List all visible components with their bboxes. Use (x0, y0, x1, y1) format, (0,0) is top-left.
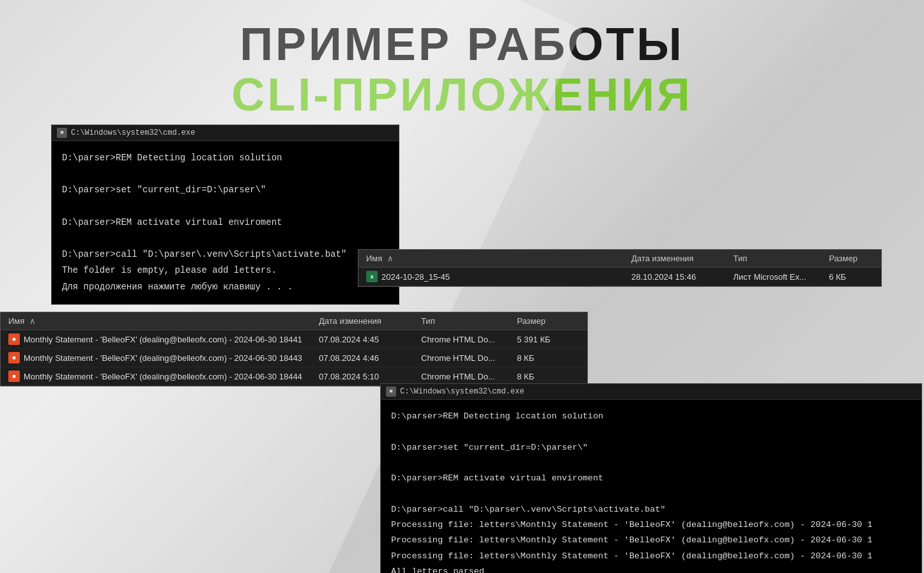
file-date-3: 07.08.2024 5:10 (314, 372, 416, 381)
table-row[interactable]: x 2024-10-28_15-45 28.10.2024 15:46 Лист… (358, 268, 881, 286)
file-name-cell-2: ■ Monthly Statement - 'BelleoFX' (dealin… (1, 352, 314, 363)
file-name-2: Monthly Statement - 'BelleoFX' (dealing@… (24, 353, 302, 363)
table-row[interactable]: ■ Monthly Statement - 'BelleoFX' (dealin… (1, 330, 587, 349)
terminal-br-line-10: Processing file: letters\Monthly Stateme… (391, 549, 911, 564)
file-explorer-bottomleft: Имя ∧ Дата изменения Тип Размер ■ Monthl… (0, 312, 588, 386)
html-icon-2: ■ (8, 352, 20, 363)
col-header-type: Тип (728, 254, 824, 263)
col-header-name-lg: Имя ∧ (1, 316, 314, 326)
terminal-br-line-2 (391, 424, 911, 439)
col-header-size-2: Размер (512, 316, 569, 326)
terminal-topleft-title: C:\Windows\system32\cmd.exe (71, 128, 195, 137)
file-date-1: 07.08.2024 4:45 (314, 335, 416, 344)
terminal-br-icon: ■ (386, 386, 396, 397)
terminal-icon: ■ (57, 128, 67, 138)
terminal-line-9: Для продолжения нажмите любую клавишу . … (62, 279, 389, 295)
file-name-cell: x 2024-10-28_15-45 (358, 271, 626, 282)
file-explorer-topright: Имя ∧ Дата изменения Тип Размер x 2024-1… (358, 249, 882, 287)
file-name-3: Monthly Statement - 'BelleoFX' (dealing@… (24, 372, 302, 381)
sort-arrow-icon-2: ∧ (29, 316, 36, 326)
col-header-date: Дата изменения (626, 254, 728, 263)
col-header-size: Размер (824, 254, 881, 263)
col-header-date-2: Дата изменения (314, 316, 416, 326)
terminal-bottomright-body: D:\parser>REM Detecting lccation solutio… (381, 400, 921, 573)
terminal-br-line-6 (391, 486, 911, 501)
file-type-1: Chrome HTML Do... (416, 335, 512, 344)
terminal-bottomright-title: C:\Windows\system32\cmd.exe (400, 387, 524, 396)
file-name: 2024-10-28_15-45 (381, 272, 450, 282)
explorer-topright-header: Имя ∧ Дата изменения Тип Размер (358, 250, 881, 268)
sort-arrow-icon: ∧ (387, 254, 394, 263)
file-type-3: Chrome HTML Do... (416, 372, 512, 381)
file-name-1: Monthly Statement - 'BelleoFX' (dealing@… (24, 335, 302, 344)
terminal-line-8: The folder is empty, please add letters. (62, 263, 389, 279)
file-size-3: 8 КБ (512, 372, 569, 381)
file-size: 6 КБ (824, 272, 881, 282)
explorer-bottomleft-header: Имя ∧ Дата изменения Тип Размер (1, 312, 587, 330)
terminal-topleft-titlebar: ■ C:\Windows\system32\cmd.exe (52, 125, 399, 141)
terminal-bottomright-titlebar: ■ C:\Windows\system32\cmd.exe (381, 384, 921, 400)
terminal-br-line-5: D:\parser>REM activate virtual enviromen… (391, 471, 911, 486)
file-date-2: 07.08.2024 4:46 (314, 353, 416, 363)
terminal-br-line-7: D:\parser>call "D:\parser\.venv\Scripts\… (391, 502, 911, 517)
terminal-line-4 (62, 199, 389, 215)
file-size-2: 8 КБ (512, 353, 569, 363)
terminal-line-3: D:\parser>set "current_dir=D:\parser\" (62, 182, 389, 198)
file-name-cell-1: ■ Monthly Statement - 'BelleoFX' (dealin… (1, 333, 314, 345)
terminal-br-line-8: Processing file: letters\Monthly Stateme… (391, 517, 911, 533)
terminal-br-line-1: D:\parser>REM Detecting lccation solutio… (391, 409, 911, 424)
col-header-type-2: Тип (416, 316, 512, 326)
terminal-br-line-4 (391, 455, 911, 471)
file-name-cell-3: ■ Monthly Statement - 'BelleoFX' (dealin… (1, 371, 314, 382)
terminal-br-line-9: Processing file: letters\Monthly Stateme… (391, 533, 911, 548)
header-title-line2: CLI-ПРИЛОЖЕНИЯ (0, 70, 924, 120)
terminal-line-6 (62, 231, 389, 247)
terminal-topleft-window: ■ C:\Windows\system32\cmd.exe D:\parser>… (51, 125, 399, 305)
terminal-line-1: D:\parser>REM Detecting location solutio… (62, 150, 389, 166)
terminal-br-line-11: All letters parsed (391, 564, 911, 573)
col-header-name: Имя ∧ (358, 254, 626, 263)
terminal-topleft-body: D:\parser>REM Detecting location solutio… (52, 141, 399, 304)
header-title-line1: ПРИМЕР РАБОТЫ (0, 19, 924, 70)
terminal-line-5: D:\parser>REM activate virtual enviromen… (62, 215, 389, 231)
html-icon-3: ■ (8, 371, 20, 382)
terminal-line-7: D:\parser>call "D:\parser\.venv\Scripts\… (62, 247, 389, 263)
file-date: 28.10.2024 15:46 (626, 272, 728, 282)
file-size-1: 5 391 КБ (512, 335, 569, 344)
terminal-bottomright-window: ■ C:\Windows\system32\cmd.exe D:\parser>… (380, 383, 922, 573)
xlsx-icon: x (366, 271, 378, 282)
file-type-2: Chrome HTML Do... (416, 353, 512, 363)
terminal-br-line-3: D:\parser>set "current_dir=D:\parser\" (391, 440, 911, 455)
table-row[interactable]: ■ Monthly Statement - 'BelleoFX' (dealin… (1, 349, 587, 367)
file-type: Лист Microsoft Ex... (728, 272, 824, 282)
terminal-line-2 (62, 166, 389, 182)
html-icon-1: ■ (8, 333, 20, 345)
page-header: ПРИМЕР РАБОТЫ CLI-ПРИЛОЖЕНИЯ (0, 0, 924, 133)
